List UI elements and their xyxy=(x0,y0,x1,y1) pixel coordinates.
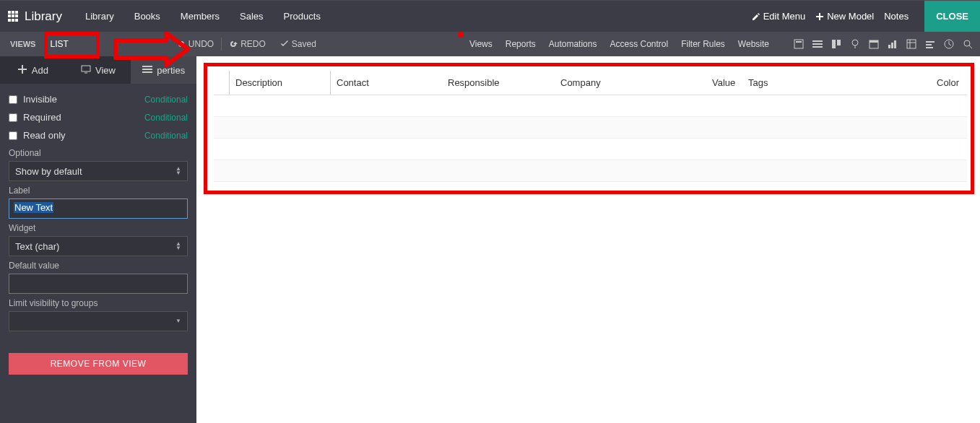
edit-menu-link[interactable]: Edit Menu xyxy=(752,11,806,22)
default-input[interactable] xyxy=(9,274,188,294)
readonly-conditional-link[interactable]: Conditional xyxy=(144,131,188,141)
undo-button[interactable]: UNDO xyxy=(177,39,214,49)
svg-rect-22 xyxy=(142,71,152,73)
plus-icon xyxy=(815,12,824,21)
add-tab-label: Add xyxy=(32,65,48,76)
col-color[interactable]: Color xyxy=(931,71,967,95)
redo-icon xyxy=(229,40,238,48)
plus-icon xyxy=(17,64,27,77)
label-value: New Text xyxy=(14,202,53,213)
access-control-link[interactable]: Access Control xyxy=(610,39,668,49)
list-icon xyxy=(142,64,152,77)
new-model-label: New Model xyxy=(827,11,874,22)
chevron-down-icon: ▼ xyxy=(175,318,181,325)
list-icon[interactable] xyxy=(812,39,823,49)
properties-sidebar: Add View perties Invisible Conditional R… xyxy=(0,56,196,423)
undo-icon xyxy=(177,40,186,48)
reports-link[interactable]: Reports xyxy=(506,39,536,49)
svg-rect-20 xyxy=(142,66,152,67)
optional-value: Show by default xyxy=(15,166,82,177)
calendar-icon[interactable] xyxy=(869,39,879,49)
required-checkbox[interactable] xyxy=(9,113,17,122)
caret-icon: ▲▼ xyxy=(175,167,181,175)
activity-icon[interactable] xyxy=(925,39,935,49)
monitor-icon xyxy=(81,64,91,77)
table-row[interactable] xyxy=(214,117,967,139)
search-icon[interactable] xyxy=(963,39,973,49)
col-company[interactable]: Company xyxy=(555,71,706,95)
redo-button[interactable]: REDO xyxy=(229,39,266,49)
col-contact[interactable]: Contact xyxy=(331,71,442,95)
new-model-link[interactable]: New Model xyxy=(815,11,874,22)
view-canvas: Description Contact Responsible Company … xyxy=(196,56,980,423)
optional-label: Optional xyxy=(9,148,188,158)
website-link[interactable]: Website xyxy=(738,39,769,49)
automations-link[interactable]: Automations xyxy=(549,39,597,49)
col-value[interactable]: Value xyxy=(706,71,742,95)
list-table: Description Contact Responsible Company … xyxy=(214,71,967,182)
label-label: Label xyxy=(9,186,188,196)
svg-rect-4 xyxy=(812,46,823,48)
check-icon xyxy=(280,40,289,48)
readonly-label: Read only xyxy=(23,130,66,141)
table-row[interactable] xyxy=(214,160,967,182)
menu-books[interactable]: Books xyxy=(134,11,160,22)
svg-rect-3 xyxy=(812,43,823,45)
notes-link[interactable]: Notes xyxy=(884,11,909,22)
clock-icon[interactable] xyxy=(944,39,954,49)
undo-label: UNDO xyxy=(188,39,214,49)
label-input[interactable]: New Text xyxy=(9,199,188,219)
close-button[interactable]: CLOSE xyxy=(924,1,980,32)
map-icon[interactable] xyxy=(850,39,860,49)
form-icon[interactable] xyxy=(794,39,804,49)
menu-products[interactable]: Products xyxy=(284,11,321,22)
svg-rect-14 xyxy=(926,41,935,43)
svg-rect-11 xyxy=(891,43,893,48)
col-responsible[interactable]: Responsible xyxy=(442,71,555,95)
remove-from-view-button[interactable]: REMOVE FROM VIEW xyxy=(9,353,188,375)
brand-label: Library xyxy=(25,9,62,24)
properties-tab-label: perties xyxy=(157,65,185,76)
limit-select[interactable]: ▼ xyxy=(9,311,188,331)
list-tab[interactable]: LIST xyxy=(43,35,75,53)
invisible-conditional-link[interactable]: Conditional xyxy=(144,95,188,105)
widget-select[interactable]: Text (char) ▲▼ xyxy=(9,236,188,256)
svg-rect-6 xyxy=(837,40,841,45)
widget-label: Widget xyxy=(9,223,188,233)
svg-rect-2 xyxy=(812,40,823,42)
views-link[interactable]: Views xyxy=(469,39,493,49)
menu-sales[interactable]: Sales xyxy=(240,11,264,22)
svg-point-7 xyxy=(852,40,858,45)
properties-tab[interactable]: perties xyxy=(131,56,196,84)
required-label: Required xyxy=(23,112,61,123)
required-conditional-link[interactable]: Conditional xyxy=(144,113,188,123)
table-header: Description Contact Responsible Company … xyxy=(214,71,967,95)
svg-point-18 xyxy=(964,40,970,46)
top-navbar: Library Library Books Members Sales Prod… xyxy=(0,0,980,32)
invisible-checkbox[interactable] xyxy=(9,95,17,104)
add-tab[interactable]: Add xyxy=(0,56,66,84)
drag-handle-column xyxy=(214,71,230,95)
graph-icon[interactable] xyxy=(888,39,898,49)
kanban-icon[interactable] xyxy=(831,39,841,49)
readonly-checkbox[interactable] xyxy=(9,131,17,140)
table-row[interactable] xyxy=(214,139,967,160)
saved-indicator: Saved xyxy=(280,39,316,49)
menu-members[interactable]: Members xyxy=(181,11,220,22)
pivot-icon[interactable] xyxy=(906,39,916,49)
apps-icon[interactable] xyxy=(7,11,19,22)
default-label: Default value xyxy=(9,261,188,271)
optional-select[interactable]: Show by default ▲▼ xyxy=(9,161,188,181)
menu-library[interactable]: Library xyxy=(85,11,114,22)
pencil-icon xyxy=(752,12,760,21)
table-row[interactable] xyxy=(214,95,967,117)
svg-rect-13 xyxy=(907,40,916,48)
svg-rect-9 xyxy=(870,40,878,43)
col-description[interactable]: Description xyxy=(230,71,331,95)
invisible-label: Invisible xyxy=(23,94,57,105)
view-tab[interactable]: View xyxy=(66,56,131,84)
col-tags[interactable]: Tags xyxy=(742,71,930,95)
redo-label: REDO xyxy=(240,39,266,49)
svg-rect-21 xyxy=(142,69,152,70)
filter-rules-link[interactable]: Filter Rules xyxy=(681,39,725,49)
